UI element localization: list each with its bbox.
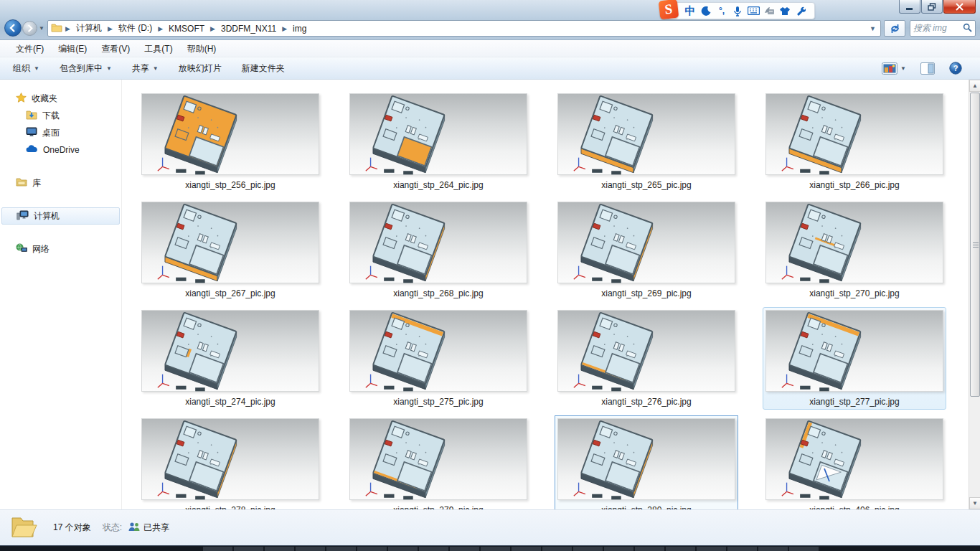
file-tile[interactable]: xiangti_stp_275_pic.jpg — [347, 307, 555, 415]
breadcrumb-segment[interactable]: 软件 (D:) — [116, 21, 155, 36]
file-thumbnail[interactable] — [141, 310, 319, 392]
file-tile-body[interactable]: xiangti_stp_264_pic.jpg — [347, 90, 530, 193]
scroll-up-button[interactable]: ▲ — [969, 80, 980, 92]
close-button[interactable] — [943, 0, 976, 14]
file-tile[interactable]: xiangti_stp_406_pic.jpg — [763, 415, 969, 509]
file-tile[interactable]: xiangti_stp_265_pic.jpg — [555, 90, 763, 199]
keyboard-icon[interactable] — [745, 4, 761, 18]
address-dropdown-arrow[interactable]: ▼ — [870, 25, 877, 32]
file-tile[interactable]: xiangti_stp_269_pic.jpg — [555, 199, 763, 307]
scroll-down-button[interactable]: ▼ — [969, 497, 980, 509]
moon-icon[interactable] — [698, 4, 714, 18]
ime-toolbar[interactable]: S 中 °, — [661, 2, 815, 19]
toolbar-button[interactable]: 新建文件夹 — [235, 59, 292, 78]
chinese-mode-icon[interactable]: 中 — [682, 4, 698, 18]
file-thumbnail[interactable] — [557, 418, 735, 500]
vertical-scrollbar[interactable]: ▲ ▼ — [969, 80, 980, 509]
file-thumbnail[interactable] — [765, 202, 943, 283]
sidebar-item-收藏夹[interactable]: 收藏夹 — [0, 90, 121, 107]
sidebar-item-OneDrive[interactable]: OneDrive — [0, 141, 121, 159]
menu-item[interactable]: 帮助(H) — [180, 41, 224, 57]
file-tile-body[interactable]: xiangti_stp_276_pic.jpg — [555, 307, 738, 410]
file-thumbnail[interactable] — [765, 418, 943, 500]
breadcrumb-separator-icon[interactable]: ▶ — [279, 25, 290, 32]
file-thumbnail[interactable] — [349, 310, 527, 392]
file-tile-selected[interactable]: xiangti_stp_280_pic.jpg — [555, 415, 738, 509]
file-tile-body[interactable]: xiangti_stp_278_pic.jpg — [138, 415, 322, 509]
file-thumbnail[interactable] — [349, 202, 527, 283]
file-tile-body[interactable]: xiangti_stp_256_pic.jpg — [138, 90, 322, 193]
file-tile-body[interactable]: xiangti_stp_265_pic.jpg — [555, 90, 738, 193]
sogou-logo-icon[interactable]: S — [659, 0, 679, 19]
breadcrumb-separator-icon[interactable]: ▶ — [62, 25, 73, 32]
file-tile-body[interactable]: xiangti_stp_268_pic.jpg — [347, 199, 530, 301]
microphone-icon[interactable] — [730, 4, 745, 18]
breadcrumb-separator-icon[interactable]: ▶ — [105, 25, 116, 32]
file-tile[interactable]: xiangti_stp_267_pic.jpg — [138, 199, 347, 307]
wrench-icon[interactable] — [793, 4, 809, 18]
breadcrumb-segment[interactable]: img — [290, 22, 309, 35]
file-tile-selected[interactable]: xiangti_stp_277_pic.jpg — [763, 307, 946, 410]
file-thumbnail[interactable] — [349, 418, 527, 500]
file-thumbnail[interactable] — [557, 310, 735, 392]
change-view-dropdown-arrow[interactable]: ▼ — [900, 65, 906, 72]
file-tile[interactable]: xiangti_stp_264_pic.jpg — [347, 90, 555, 199]
file-tile[interactable]: xiangti_stp_266_pic.jpg — [763, 90, 969, 199]
back-button[interactable] — [4, 19, 22, 37]
toolbar-button[interactable]: 共享▼ — [125, 59, 166, 78]
preview-pane-button[interactable] — [917, 60, 938, 77]
menu-item[interactable]: 编辑(E) — [51, 41, 94, 57]
change-view-button[interactable]: ▼ — [878, 60, 910, 77]
breadcrumb-segment[interactable]: 计算机 — [73, 21, 105, 36]
search-input[interactable]: 搜索 img — [910, 20, 976, 37]
breadcrumb-segment[interactable]: 3DDFM_NX11 — [218, 22, 279, 35]
file-tile-body[interactable]: xiangti_stp_266_pic.jpg — [763, 90, 946, 193]
file-thumbnail[interactable] — [557, 93, 735, 175]
recent-pages-dropdown[interactable]: ▼ — [39, 25, 44, 32]
punctuation-icon[interactable]: °, — [714, 4, 730, 18]
file-tile[interactable]: xiangti_stp_276_pic.jpg — [555, 307, 763, 415]
minimize-button[interactable] — [899, 0, 920, 14]
file-tile[interactable]: xiangti_stp_256_pic.jpg — [138, 90, 347, 199]
file-thumbnail[interactable] — [765, 93, 943, 175]
file-tile[interactable]: xiangti_stp_280_pic.jpg — [555, 415, 763, 509]
file-tile-body[interactable]: xiangti_stp_406_pic.jpg — [763, 415, 946, 509]
scrollbar-thumb[interactable] — [970, 93, 980, 397]
file-tile[interactable]: xiangti_stp_274_pic.jpg — [138, 307, 347, 415]
file-tile[interactable]: xiangti_stp_279_pic.jpg — [347, 415, 555, 509]
file-tile-body[interactable]: xiangti_stp_274_pic.jpg — [138, 307, 322, 410]
restore-button[interactable] — [921, 0, 943, 14]
file-thumbnail[interactable] — [557, 202, 735, 283]
forward-button[interactable] — [22, 21, 37, 36]
file-thumbnail[interactable] — [141, 93, 319, 175]
file-tile-body[interactable]: xiangti_stp_270_pic.jpg — [763, 199, 946, 301]
file-list-area[interactable]: xiangti_stp_256_pic.jpgxiangti_stp_264_p… — [122, 80, 969, 509]
breadcrumb-separator-icon[interactable]: ▶ — [155, 25, 166, 32]
menu-item[interactable]: 工具(T) — [137, 41, 179, 57]
file-thumbnail[interactable] — [349, 93, 527, 175]
file-tile[interactable]: xiangti_stp_270_pic.jpg — [763, 199, 969, 307]
sidebar-item-计算机[interactable]: 计算机 — [1, 207, 120, 225]
file-thumbnail[interactable] — [765, 310, 943, 392]
sidebar-item-下载[interactable]: 下载 — [0, 107, 121, 124]
toolbar-button[interactable]: 组织▼ — [6, 59, 47, 78]
menu-item[interactable]: 文件(F) — [9, 41, 51, 57]
sidebar-item-库[interactable]: 库 — [0, 174, 121, 192]
file-tile-body[interactable]: xiangti_stp_275_pic.jpg — [347, 307, 530, 410]
refresh-button[interactable] — [884, 20, 905, 37]
sidebar-item-桌面[interactable]: 桌面 — [0, 124, 121, 141]
breadcrumb[interactable]: ▶计算机▶软件 (D:)▶KMSOFT▶3DDFM_NX11▶img ▼ — [47, 20, 881, 37]
file-thumbnail[interactable] — [141, 202, 319, 283]
breadcrumb-separator-icon[interactable]: ▶ — [207, 25, 218, 32]
skin-icon[interactable] — [777, 4, 793, 18]
file-tile-body[interactable]: xiangti_stp_269_pic.jpg — [555, 199, 738, 301]
file-tile-body[interactable]: xiangti_stp_267_pic.jpg — [138, 199, 322, 301]
file-tile[interactable]: xiangti_stp_268_pic.jpg — [347, 199, 555, 307]
file-tile[interactable]: xiangti_stp_277_pic.jpg — [763, 307, 969, 415]
file-thumbnail[interactable] — [141, 418, 319, 500]
menu-item[interactable]: 查看(V) — [94, 41, 137, 57]
sidebar-item-网络[interactable]: 网络 — [0, 240, 121, 258]
toolbar-button[interactable]: 放映幻灯片 — [171, 59, 229, 78]
toolbar-button[interactable]: 包含到库中▼ — [52, 59, 119, 78]
hand-input-icon[interactable] — [761, 4, 777, 18]
